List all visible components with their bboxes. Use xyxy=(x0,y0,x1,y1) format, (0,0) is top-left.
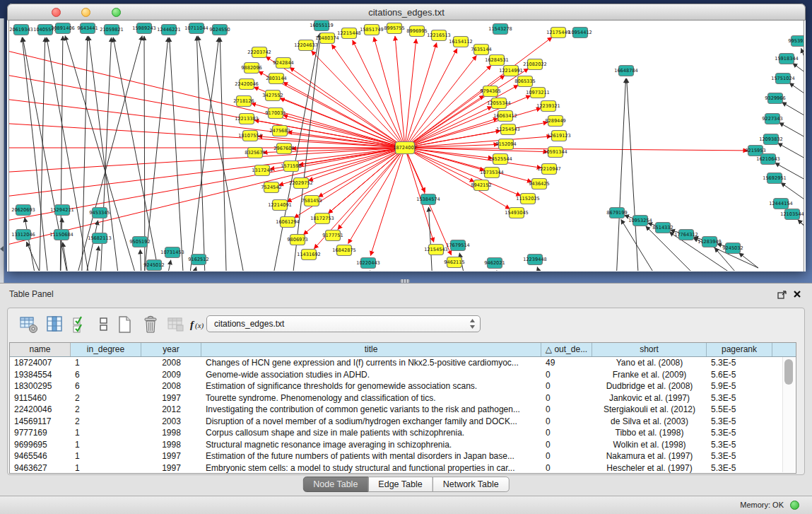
graph-node[interactable]: 16154112 xyxy=(449,37,473,47)
graph-node[interactable]: 9152094 xyxy=(495,139,516,150)
graph-node[interactable]: 12446221 xyxy=(157,25,181,35)
graph-node[interactable]: 15751024 xyxy=(771,74,795,84)
graph-node[interactable]: 9227343 xyxy=(762,114,782,124)
left-splitpane-strip[interactable] xyxy=(0,18,4,283)
graph-node[interactable]: 9643441 xyxy=(77,23,98,34)
graph-node[interactable]: 16061294 xyxy=(276,217,300,228)
close-panel-icon[interactable] xyxy=(792,289,804,300)
column-header-short[interactable]: short xyxy=(592,343,707,356)
table-row[interactable]: 1872400712008Changes of HCN gene express… xyxy=(10,357,796,369)
window-titlebar[interactable]: citations_edges.txt xyxy=(7,4,806,21)
graph-node[interactable]: 9170031 xyxy=(265,108,286,119)
graph-node[interactable]: 15384574 xyxy=(416,194,440,205)
graph-node[interactable]: 15682113 xyxy=(88,233,112,244)
graph-node[interactable]: 8289449 xyxy=(545,116,565,127)
graph-node[interactable]: 10591344 xyxy=(543,147,567,158)
graph-node[interactable]: 8995755 xyxy=(384,23,404,34)
graph-node[interactable]: 9245012 xyxy=(143,260,164,271)
minimize-window-button[interactable] xyxy=(81,8,90,17)
graph-node[interactable]: 12216513 xyxy=(427,30,451,41)
graph-node[interactable]: 12215448 xyxy=(337,28,361,39)
table-settings-icon[interactable] xyxy=(19,315,39,334)
graph-node[interactable]: 18724007 xyxy=(393,142,417,154)
table-row[interactable]: 1938455462009Genome-wide association stu… xyxy=(10,369,796,381)
graph-node[interactable]: 11543278 xyxy=(488,24,512,35)
graph-node[interactable]: 7581453 xyxy=(301,196,322,206)
tab-node-table[interactable]: Node Table xyxy=(302,477,368,492)
graph-node[interactable]: 2718126 xyxy=(233,96,254,107)
delete-icon[interactable] xyxy=(141,315,160,334)
table-row[interactable]: 969969511998Structural magnetic resonanc… xyxy=(10,439,796,451)
graph-node[interactable]: 10220443 xyxy=(356,258,380,269)
graph-node[interactable]: 12093832 xyxy=(759,134,783,145)
graph-node[interactable]: 2803144 xyxy=(266,74,286,84)
graph-node[interactable]: 9505192 xyxy=(129,237,150,247)
table-row[interactable]: 2242004622012Investigating the contribut… xyxy=(10,404,796,416)
graph-node[interactable]: 9882096 xyxy=(241,63,261,74)
column-header-in_degree[interactable]: in_degree xyxy=(71,343,141,356)
graph-node[interactable]: 9453345 xyxy=(89,208,110,218)
graph-node[interactable]: 18107554 xyxy=(238,131,262,141)
graph-node[interactable]: 16284531 xyxy=(485,55,509,66)
graph-node[interactable]: 9806973 xyxy=(287,235,307,245)
graph-node[interactable]: 11150684 xyxy=(49,230,73,240)
graph-node[interactable]: 3427552 xyxy=(262,90,283,101)
column-visibility-icon[interactable] xyxy=(45,315,65,334)
graph-node[interactable]: 18172753 xyxy=(310,214,334,224)
new-document-icon[interactable] xyxy=(115,315,135,334)
tab-edge-table[interactable]: Edge Table xyxy=(367,477,433,492)
graph-node[interactable]: 1317244 xyxy=(252,165,272,176)
table-vertical-scrollbar[interactable] xyxy=(782,357,795,472)
graph-node[interactable]: 8325675 xyxy=(245,148,265,158)
graph-node[interactable]: 16842875 xyxy=(332,245,356,256)
graph-node[interactable]: 1571598 xyxy=(281,161,301,172)
scrollbar-thumb[interactable] xyxy=(784,359,793,385)
float-panel-icon[interactable] xyxy=(777,289,788,300)
graph-node[interactable]: 10731453 xyxy=(160,247,184,258)
graph-node[interactable]: 22203742 xyxy=(247,47,271,58)
graph-node[interactable]: 9177751 xyxy=(322,230,343,241)
column-header-title[interactable]: title xyxy=(201,343,541,356)
graph-node[interactable]: 7524542 xyxy=(261,182,281,193)
table-row[interactable]: 911546021997Tourette syndrome. Phenomeno… xyxy=(10,392,796,404)
graph-node[interactable]: 9024550 xyxy=(209,25,230,35)
graph-node[interactable]: 16055119 xyxy=(310,21,334,31)
graph-node[interactable]: 12239321 xyxy=(536,101,560,112)
graph-node[interactable]: 12239448 xyxy=(523,255,547,265)
graph-node[interactable]: 9329966 xyxy=(765,93,785,104)
graph-node[interactable]: 11254543 xyxy=(496,124,520,135)
graph-node[interactable]: 12213383 xyxy=(235,114,259,124)
column-header-pagerank[interactable]: pagerank xyxy=(707,343,772,356)
table-row[interactable]: 946554611997Estimation of the future num… xyxy=(10,450,796,462)
graph-node[interactable]: 8514332 xyxy=(652,223,673,233)
graph-node[interactable]: 9162512 xyxy=(188,255,208,265)
import-table-icon[interactable] xyxy=(166,315,186,334)
graph-node[interactable]: 12175449 xyxy=(546,28,570,38)
graph-node[interactable]: 9794365 xyxy=(480,86,500,97)
graph-node[interactable]: 9245032 xyxy=(722,243,743,254)
graph-node[interactable]: 10953254 xyxy=(628,216,652,226)
table-row[interactable]: 977716911998Corpus callosum shape and si… xyxy=(10,427,796,439)
graph-node[interactable]: 21082022 xyxy=(523,59,547,70)
row-height-icon[interactable] xyxy=(94,315,114,334)
graph-node[interactable]: 10954412 xyxy=(568,28,592,38)
column-header-name[interactable]: name xyxy=(10,343,71,356)
graph-node[interactable]: 16063412 xyxy=(493,111,517,122)
graph-node[interactable]: 12210947 xyxy=(537,164,561,175)
graph-node[interactable]: 16648784 xyxy=(614,66,638,76)
graph-node[interactable]: 8065335 xyxy=(514,76,535,87)
column-header-out_degree[interactable]: △ out_de... xyxy=(541,343,592,356)
graph-node[interactable]: 7635144 xyxy=(471,45,491,55)
graph-node[interactable]: 20620693 xyxy=(11,205,35,216)
graph-node[interactable]: 9462115 xyxy=(444,257,464,268)
graph-node[interactable]: 12619123 xyxy=(547,131,571,141)
table-row[interactable]: 946362711997Embryonic stem cells: a mode… xyxy=(10,462,796,474)
graph-node[interactable]: 10711044 xyxy=(184,23,208,34)
graph-node[interactable]: 17679514 xyxy=(446,240,470,251)
select-mode-icon[interactable] xyxy=(71,315,91,334)
table-row[interactable]: 1830029562008Estimation of significance … xyxy=(10,380,796,392)
graph-node[interactable]: 22029752 xyxy=(289,178,313,189)
zoom-window-button[interactable] xyxy=(112,8,121,17)
table-selector-dropdown[interactable]: citations_edges.txt xyxy=(206,315,481,332)
column-header-year[interactable]: year xyxy=(141,343,201,356)
